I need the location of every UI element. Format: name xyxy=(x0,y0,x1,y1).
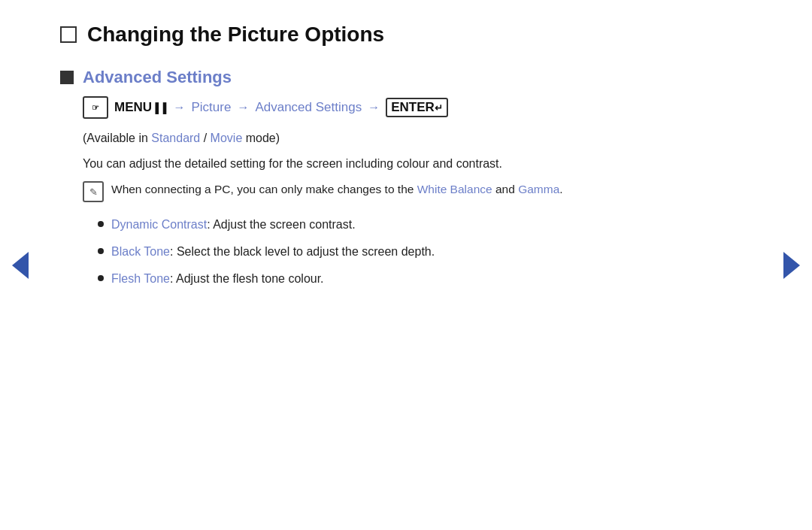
gamma-label: Gamma xyxy=(518,183,559,195)
enter-box: ENTER↵ xyxy=(386,98,448,117)
bullet-list: Dynamic Contrast: Adjust the screen cont… xyxy=(98,216,752,288)
bullet-item-3-text: Flesh Tone: Adjust the flesh tone colour… xyxy=(111,270,324,288)
arrow-3: → xyxy=(368,101,380,114)
movie-label: Movie xyxy=(211,132,243,144)
availability-suffix: mode) xyxy=(242,132,280,144)
section-header: Advanced Settings xyxy=(60,68,752,87)
menu-icon-inner: ☞ xyxy=(92,103,99,113)
advanced-label: Advanced Settings xyxy=(255,100,362,115)
checkbox-icon xyxy=(60,26,77,43)
availability-prefix: (Available in xyxy=(83,132,151,144)
list-item: Dynamic Contrast: Adjust the screen cont… xyxy=(98,216,752,234)
note-symbol: ✎ xyxy=(89,186,98,198)
black-tone-desc: : Select the black level to adjust the s… xyxy=(170,245,435,258)
list-item: Flesh Tone: Adjust the flesh tone colour… xyxy=(98,270,752,288)
page-title-row: Changing the Picture Options xyxy=(60,23,752,47)
nav-left-arrow[interactable] xyxy=(12,252,29,279)
bullet-dot-1 xyxy=(98,221,104,227)
main-description: You can adjust the detailed setting for … xyxy=(83,155,752,173)
page-container: Changing the Picture Options Advanced Se… xyxy=(0,0,812,530)
slash-text: / xyxy=(200,132,210,144)
bullet-item-1-text: Dynamic Contrast: Adjust the screen cont… xyxy=(111,216,356,234)
dynamic-contrast-desc: : Adjust the screen contrast. xyxy=(207,218,355,231)
list-item: Black Tone: Select the black level to ad… xyxy=(98,243,752,261)
dynamic-contrast-label: Dynamic Contrast xyxy=(111,218,207,231)
section-title: Advanced Settings xyxy=(83,68,232,87)
note-mid: and xyxy=(492,183,518,195)
menu-hand-symbol: ☞ xyxy=(92,103,99,113)
note-icon: ✎ xyxy=(83,181,104,202)
white-balance-label: White Balance xyxy=(417,183,492,195)
availability-text: (Available in Standard / Movie mode) xyxy=(83,129,752,147)
menu-label: MENU▐▐ xyxy=(114,100,167,115)
flesh-tone-desc: : Adjust the flesh tone colour. xyxy=(170,272,324,285)
menu-icon: ☞ xyxy=(83,96,108,119)
nav-right-arrow[interactable] xyxy=(783,252,800,279)
note-text: When connecting a PC, you can only make … xyxy=(111,180,563,199)
bullet-dot-3 xyxy=(98,275,104,281)
note-suffix: . xyxy=(559,183,562,195)
flesh-tone-label: Flesh Tone xyxy=(111,272,170,285)
note-row: ✎ When connecting a PC, you can only mak… xyxy=(83,180,752,202)
section: Advanced Settings ☞ MENU▐▐ → Picture → A… xyxy=(60,68,752,288)
arrow-2: → xyxy=(237,101,249,114)
menu-path-row: ☞ MENU▐▐ → Picture → Advanced Settings →… xyxy=(83,96,752,119)
page-title: Changing the Picture Options xyxy=(87,23,384,47)
bullet-dot-2 xyxy=(98,248,104,254)
square-bullet-icon xyxy=(60,71,74,84)
bullet-item-2-text: Black Tone: Select the black level to ad… xyxy=(111,243,435,261)
black-tone-label: Black Tone xyxy=(111,245,170,258)
arrow-1: → xyxy=(173,101,185,114)
picture-label: Picture xyxy=(191,100,231,115)
note-prefix: When connecting a PC, you can only make … xyxy=(111,183,417,195)
standard-label: Standard xyxy=(151,132,200,144)
